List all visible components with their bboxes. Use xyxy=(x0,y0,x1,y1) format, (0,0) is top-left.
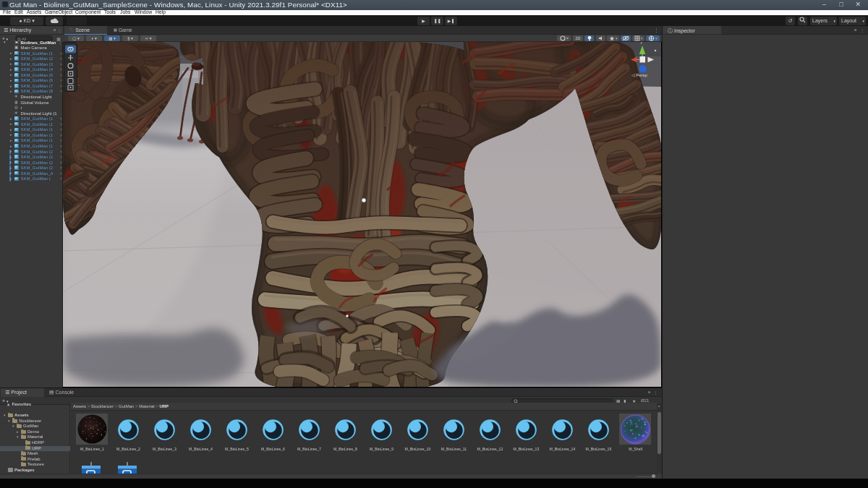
svg-text:◁ Persp: ◁ Persp xyxy=(631,73,648,77)
